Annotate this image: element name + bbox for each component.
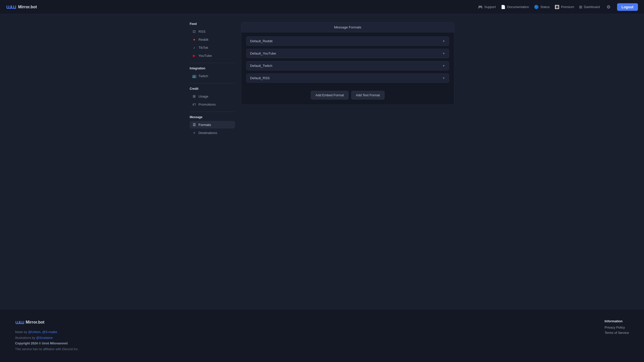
sidebar-item-destinations-label: Destinations (198, 131, 217, 135)
nav-support[interactable]: 🎮 Support (478, 5, 496, 9)
made-by-prefix: Made by (15, 330, 28, 334)
sidebar-item-youtube-label: YouTube (198, 54, 212, 58)
sidebar-item-usage-label: Usage (198, 95, 208, 98)
format-dropdown-rss[interactable]: Default_RSS ▼ (246, 73, 449, 83)
footer-copyright: Copyright 2024 © Uroš Milovanović (15, 341, 79, 346)
promotions-icon: 🏷 (192, 102, 196, 106)
sidebar-item-formats[interactable]: ☰ Formats (190, 121, 235, 128)
sidebar-item-rss-label: RSS (198, 30, 206, 33)
sidebar-section-integration: Integration (190, 67, 235, 70)
nav-status[interactable]: 🔵 Status (534, 5, 550, 9)
sidebar-section-feed: Feed (190, 22, 235, 26)
format-dropdown-rss-value: Default_RSS (250, 76, 270, 80)
sidebar-section-credit: Credit (190, 87, 235, 90)
tiktok-icon: ♪ (192, 46, 196, 50)
footer-illustrations: Illustrations by @Srcetame (15, 335, 79, 341)
sidebar-item-promotions-label: Promotions (198, 103, 216, 106)
sidebar-item-reddit[interactable]: ● Reddit (190, 36, 235, 43)
sidebar-item-destinations[interactable]: + Destinations (190, 129, 235, 137)
illustrations-prefix: Illustrations by (15, 336, 36, 340)
nav-dashboard-label: Dashboard (584, 5, 600, 9)
logo-icon: ɯɯ (6, 4, 16, 10)
sidebar-item-twitch-label: Twitch (198, 74, 208, 78)
formats-icon: ☰ (192, 123, 196, 127)
youtube-icon: ▶ (192, 54, 196, 58)
add-text-format-button[interactable]: Add Text Format (351, 91, 385, 100)
header: ɯɯ Mirror.bot 🎮 Support 📄 Documentation … (0, 0, 644, 14)
format-buttons: Add Embed Format Add Text Format (241, 87, 454, 105)
nav-documentation[interactable]: 📄 Documentation (501, 5, 529, 9)
divider-credit-message (190, 112, 235, 112)
format-dropdown-youtube[interactable]: Default_YouTube ▼ (246, 49, 449, 58)
terms-of-service-link[interactable]: Terms of Service (605, 331, 629, 335)
chevron-down-icon: ▼ (442, 39, 445, 43)
content-area: Message Formats Default_Reddit ▼ Default… (241, 22, 454, 301)
footer-information-title: Information (605, 319, 629, 323)
format-dropdown-twitch[interactable]: Default_Twitch ▼ (246, 61, 449, 70)
footer-left: ɯɯ Mirror.bot Made by @Urkem, @S-matke I… (15, 319, 79, 352)
sidebar-item-youtube[interactable]: ▶ YouTube (190, 52, 235, 59)
rss-icon: ⊡ (192, 29, 196, 33)
message-formats-title: Message Formats (241, 22, 454, 32)
nav-status-label: Status (540, 5, 550, 9)
status-icon: 🔵 (534, 5, 539, 9)
sidebar-item-formats-label: Formats (198, 123, 211, 127)
footer-logo-text: Mirror.bot (26, 320, 45, 325)
sidebar-item-tiktok[interactable]: ♪ TikTok (190, 44, 235, 51)
sidebar-item-tiktok-label: TikTok (198, 46, 208, 50)
footer-made-by: Made by @Urkem, @S-matke (15, 329, 79, 335)
privacy-policy-link[interactable]: Privacy Policy (605, 326, 629, 329)
twitch-icon: 📺 (192, 74, 196, 78)
sidebar-item-usage[interactable]: ⊞ Usage (190, 93, 235, 100)
sidebar-item-reddit-label: Reddit (198, 38, 208, 41)
nav-documentation-label: Documentation (507, 5, 529, 9)
chevron-down-icon: ▼ (442, 52, 445, 55)
footer-logo: ɯɯ Mirror.bot (15, 319, 79, 325)
add-embed-format-button[interactable]: Add Embed Format (311, 91, 349, 100)
sidebar: Feed ⊡ RSS ● Reddit ♪ TikTok ▶ YouTube I… (190, 22, 235, 301)
format-dropdown-reddit[interactable]: Default_Reddit ▼ (246, 36, 449, 46)
doc-icon: 📄 (501, 5, 506, 9)
nav-premium-label: Premium (561, 5, 574, 9)
reddit-icon: ● (192, 37, 196, 41)
sidebar-item-promotions[interactable]: 🏷 Promotions (190, 101, 235, 108)
format-dropdown-twitch-value: Default_Twitch (250, 64, 272, 68)
footer-right: Information Privacy Policy Terms of Serv… (605, 319, 629, 336)
format-dropdown-youtube-value: Default_YouTube (250, 52, 276, 55)
sidebar-item-rss[interactable]: ⊡ RSS (190, 28, 235, 35)
discord-icon: 🎮 (478, 5, 483, 9)
chevron-down-icon: ▼ (442, 76, 445, 80)
sidebar-item-twitch[interactable]: 📺 Twitch (190, 72, 235, 80)
dashboard-icon: ⊞ (579, 5, 582, 9)
nav-premium[interactable]: 🔳 Premium (555, 5, 574, 9)
chevron-down-icon: ▼ (442, 64, 445, 68)
divider-integration-credit (190, 83, 235, 83)
sidebar-section-message: Message (190, 115, 235, 119)
made-by-link[interactable]: @Urkem, @S-matke (28, 330, 57, 334)
copyright-text: Copyright 2024 © Uroš Milovanović (15, 342, 68, 345)
nav-dashboard[interactable]: ⊞ Dashboard (579, 5, 600, 9)
format-dropdown-reddit-value: Default_Reddit (250, 39, 272, 43)
usage-icon: ⊞ (192, 94, 196, 98)
logo-text: Mirror.bot (18, 5, 37, 9)
footer-logo-icon: ɯɯ (15, 319, 24, 325)
message-formats-box: Message Formats Default_Reddit ▼ Default… (241, 22, 454, 105)
divider-feed-integration (190, 63, 235, 63)
settings-button[interactable]: ⚙ (605, 3, 612, 11)
nav-support-label: Support (484, 5, 496, 9)
logo: ɯɯ Mirror.bot (6, 4, 37, 10)
formats-list: Default_Reddit ▼ Default_YouTube ▼ Defau… (241, 32, 454, 87)
illustrations-link[interactable]: @Srcetame (36, 336, 53, 340)
header-nav: 🎮 Support 📄 Documentation 🔵 Status 🔳 Pre… (478, 3, 638, 11)
footer-disclaimer: This service has no affiliaton with Disc… (15, 346, 79, 352)
footer: ɯɯ Mirror.bot Made by @Urkem, @S-matke I… (0, 309, 644, 362)
destinations-icon: + (192, 131, 196, 135)
main-content: Feed ⊡ RSS ● Reddit ♪ TikTok ▶ YouTube I… (184, 14, 460, 309)
premium-icon: 🔳 (555, 5, 559, 9)
logout-button[interactable]: Logout (617, 3, 638, 11)
